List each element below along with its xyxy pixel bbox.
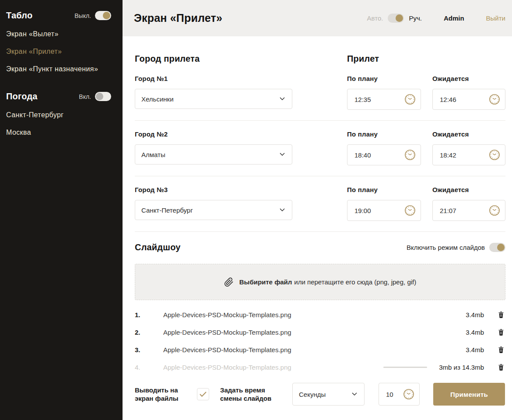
file-name: Apple-Devices-PSD-Mockup-Templates.png: [163, 346, 466, 354]
file-size: 3.4mb: [466, 311, 484, 318]
upload-progress-bar: [383, 367, 427, 368]
delete-file-button[interactable]: [498, 363, 505, 371]
weather-toggle-knob: [96, 93, 103, 100]
clock-icon[interactable]: [489, 205, 500, 216]
paperclip-icon: [224, 277, 234, 287]
planned-3-label: По плану: [347, 186, 421, 193]
file-size: 3.4mb: [466, 346, 484, 354]
clock-icon[interactable]: [404, 205, 416, 216]
city-2-value: Алматы: [141, 151, 165, 158]
display-files-checkbox[interactable]: [197, 388, 209, 400]
mode-manual-label[interactable]: Руч.: [409, 14, 422, 22]
planned-3-field: [347, 200, 421, 221]
file-name: Apple-Devices-PSD-Mockup-Templates.png: [163, 329, 466, 336]
planned-2-field: [347, 144, 421, 165]
sidebar-item-saint-petersburg[interactable]: Санкт-Петербург: [6, 111, 111, 119]
arrival-row-2: Город №2 Алматы По плану Ожидается: [135, 130, 505, 176]
topbar: Экран «Прилет» Авто. Руч. Admin Выйти: [123, 0, 512, 36]
board-toggle-label: Выкл.: [74, 12, 91, 19]
topbar-controls: Авто. Руч. Admin Выйти: [367, 14, 505, 23]
board-toggle-knob: [103, 12, 110, 19]
expected-3-field: [432, 200, 505, 221]
file-row: 2. Apple-Devices-PSD-Mockup-Templates.pn…: [135, 323, 505, 341]
expected-2-input[interactable]: [439, 151, 470, 159]
display-files-label: Выводить на экран файлы: [135, 386, 186, 402]
city-1-select[interactable]: Хельсинки: [135, 89, 292, 109]
chevron-down-icon: [280, 153, 285, 156]
sidebar-item-moscow[interactable]: Москва: [6, 129, 111, 136]
delete-file-button[interactable]: [498, 345, 505, 354]
clock-icon[interactable]: [489, 149, 500, 161]
file-size: 3.4mb: [466, 329, 484, 336]
interval-input[interactable]: [385, 390, 401, 399]
planned-1-label: По плану: [347, 75, 421, 82]
weather-toggle-group: Вкл.: [79, 92, 111, 101]
file-row: 3. Apple-Devices-PSD-Mockup-Templates.pn…: [135, 341, 505, 358]
file-index: 4.: [135, 364, 144, 371]
logout-link[interactable]: Выйти: [486, 14, 505, 22]
content: Город прилета Прилет Город №1 Хельсинки …: [123, 36, 512, 406]
city-1-value: Хельсинки: [141, 95, 174, 103]
page-title: Экран «Прилет»: [134, 12, 222, 24]
sidebar-section-weather-header: Погода Вкл.: [6, 91, 111, 102]
sidebar-item-arrival-screen[interactable]: Экран «Прилет»: [6, 48, 111, 56]
file-row: 1. Apple-Devices-PSD-Mockup-Templates.pn…: [135, 306, 505, 323]
file-index: 3.: [135, 346, 144, 354]
city-heading: Город прилета: [135, 54, 347, 64]
expected-3-label: Ожидается: [432, 186, 505, 193]
main-area: Экран «Прилет» Авто. Руч. Admin Выйти Го…: [123, 0, 512, 420]
slideshow-toggle[interactable]: [489, 243, 505, 252]
clock-icon[interactable]: [404, 94, 416, 105]
file-index: 2.: [135, 329, 144, 336]
chevron-down-icon: [280, 208, 285, 212]
delete-file-button[interactable]: [498, 310, 505, 319]
city-3-label: Город №3: [135, 186, 347, 193]
file-thumbnail: [144, 343, 158, 357]
apply-button[interactable]: Применить: [433, 383, 505, 406]
planned-1-field: [347, 89, 421, 110]
city-1-label: Город №1: [135, 75, 347, 82]
file-thumbnail: [144, 308, 158, 322]
slide-time-label: Задать время смены слайдов: [220, 386, 287, 402]
chevron-down-icon: [352, 392, 357, 396]
file-row-uploading: 4. Apple-Devices-PSD-Mockup-Templates.pn…: [135, 358, 505, 376]
dropzone-choose-file-label: Выбирите файл: [239, 278, 292, 286]
file-name: Apple-Devices-PSD-Mockup-Templates.png: [163, 311, 466, 318]
slideshow-toggle-group: Включить режим слайдов: [407, 243, 505, 252]
user-name[interactable]: Admin: [444, 14, 464, 22]
city-3-value: Санкт-Петербург: [141, 206, 193, 214]
time-unit-select[interactable]: Секунды: [292, 383, 365, 406]
expected-2-label: Ожидается: [432, 130, 505, 138]
arrivals-headings: Город прилета Прилет: [135, 54, 505, 64]
planned-1-input[interactable]: [354, 95, 384, 104]
clock-icon[interactable]: [403, 388, 414, 400]
sidebar-item-destination-screen[interactable]: Экран «Пункт назначения»: [6, 65, 111, 73]
sidebar-item-departure-screen[interactable]: Экран «Вылет»: [6, 30, 111, 38]
mode-auto-label[interactable]: Авто.: [367, 14, 383, 22]
expected-1-label: Ожидается: [432, 75, 505, 82]
mode-toggle[interactable]: [388, 14, 404, 23]
weather-toggle[interactable]: [95, 92, 111, 101]
planned-3-input[interactable]: [354, 206, 384, 215]
city-2-select[interactable]: Алматы: [135, 144, 292, 164]
slideshow-toggle-knob: [497, 244, 505, 251]
file-dropzone[interactable]: Выбирите файл или перетащите его сюда (p…: [135, 264, 505, 300]
clock-icon[interactable]: [404, 149, 416, 161]
dropzone-hint: или перетащите его сюда (png, jpeg, gif): [294, 278, 416, 286]
arrival-row-1: Город №1 Хельсинки По плану Ожидается: [135, 75, 505, 121]
expected-3-input[interactable]: [439, 206, 470, 215]
clock-icon[interactable]: [489, 94, 500, 105]
planned-2-input[interactable]: [354, 151, 384, 159]
city-3-select[interactable]: Санкт-Петербург: [135, 200, 292, 220]
delete-file-button[interactable]: [498, 328, 505, 336]
slideshow-toggle-label: Включить режим слайдов: [407, 244, 485, 251]
slideshow-heading: Слайдшоу: [135, 242, 181, 252]
sidebar: Табло Выкл. Экран «Вылет» Экран «Прилет»…: [0, 0, 123, 420]
file-list: 1. Apple-Devices-PSD-Mockup-Templates.pn…: [135, 306, 505, 376]
sidebar-section-board-header: Табло Выкл.: [6, 10, 111, 21]
board-toggle[interactable]: [95, 11, 111, 20]
expected-1-input[interactable]: [439, 95, 470, 104]
board-section-title: Табло: [6, 10, 32, 21]
city-2-label: Город №2: [135, 130, 347, 138]
file-upload-status: 3mb из 14.3mb: [439, 364, 484, 371]
